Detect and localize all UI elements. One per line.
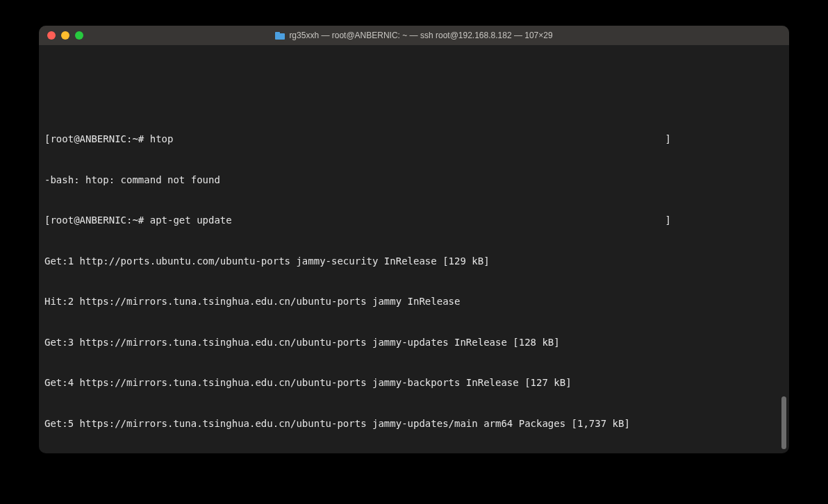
terminal-line: Get:1 http://ports.ubuntu.com/ubuntu-por…	[44, 255, 784, 269]
traffic-lights	[47, 31, 83, 40]
terminal-line: Get:4 https://mirrors.tuna.tsinghua.edu.…	[44, 376, 784, 390]
terminal-line: [root@ANBERNIC:~# apt-get update ]	[44, 214, 784, 228]
titlebar[interactable]: rg35xxh — root@ANBERNIC: ~ — ssh root@19…	[39, 26, 789, 45]
terminal-line: -bash: htop: command not found	[44, 174, 784, 187]
terminal-line: Get:3 https://mirrors.tuna.tsinghua.edu.…	[44, 336, 784, 350]
zoom-icon[interactable]	[75, 31, 83, 40]
scrollbar-thumb[interactable]	[781, 396, 786, 449]
terminal-line: Hit:2 https://mirrors.tuna.tsinghua.edu.…	[44, 295, 784, 309]
window-title-text: rg35xxh — root@ANBERNIC: ~ — ssh root@19…	[289, 31, 552, 40]
close-icon[interactable]	[47, 31, 56, 40]
scrollbar[interactable]	[778, 45, 788, 453]
folder-icon	[275, 32, 285, 40]
terminal-line: Get:5 https://mirrors.tuna.tsinghua.edu.…	[44, 417, 784, 431]
terminal-line: [root@ANBERNIC:~# htop ]	[44, 133, 784, 146]
terminal-content[interactable]: [root@ANBERNIC:~# htop ] -bash: htop: co…	[39, 45, 789, 453]
terminal-window: rg35xxh — root@ANBERNIC: ~ — ssh root@19…	[39, 26, 789, 453]
minimize-icon[interactable]	[61, 31, 69, 40]
window-title: rg35xxh — root@ANBERNIC: ~ — ssh root@19…	[39, 31, 789, 40]
